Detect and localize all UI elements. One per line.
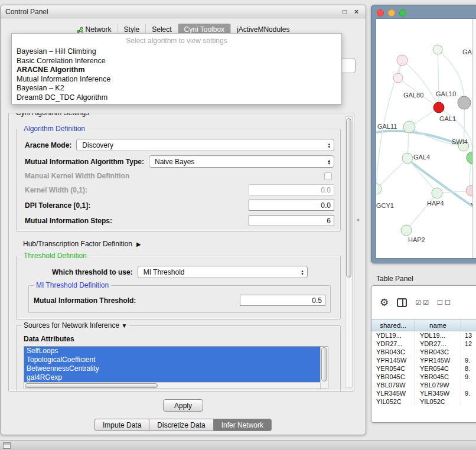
sources-group: Sources for Network Inference ▼ Data Att… bbox=[16, 325, 341, 392]
graph-edge[interactable] bbox=[438, 50, 439, 107]
attributes-horizontal-scrollbar[interactable] bbox=[24, 382, 320, 389]
attributes-vertical-scrollbar[interactable] bbox=[320, 347, 328, 389]
float-window-icon[interactable]: □ bbox=[340, 8, 349, 16]
window-title: Control Panel bbox=[5, 8, 337, 16]
bottom-tab-infer-network[interactable]: Infer Network bbox=[214, 419, 272, 431]
table-cell: YLR345W bbox=[371, 389, 415, 397]
graph-edge[interactable] bbox=[402, 60, 439, 107]
graph-node[interactable] bbox=[401, 225, 412, 236]
table-row[interactable]: YLR345WYLR345W9. bbox=[371, 389, 476, 397]
apply-button[interactable]: Apply bbox=[163, 399, 203, 412]
algorithm-option-bayesian-k2[interactable]: Bayesian – K2 bbox=[12, 84, 341, 93]
graph-node[interactable] bbox=[432, 188, 442, 198]
table-cell: 9. bbox=[461, 356, 476, 364]
graph-node[interactable] bbox=[433, 102, 444, 113]
table-cell: YBR045C bbox=[415, 373, 461, 381]
table-cell: 9. bbox=[461, 389, 476, 397]
graph-node[interactable] bbox=[376, 184, 382, 194]
graph-edge[interactable] bbox=[407, 158, 437, 193]
data-attributes-label: Data Attributes bbox=[24, 335, 334, 343]
tab-label: Select bbox=[152, 25, 171, 34]
table-row[interactable]: YDL19...YDL19...13 bbox=[371, 331, 476, 340]
table-panel-title: Table Panel bbox=[376, 275, 413, 283]
table-row[interactable]: YER054CYER054C8. bbox=[371, 364, 476, 373]
attribute-item-betweennesscentrality[interactable]: BetweennessCentrality bbox=[24, 364, 320, 373]
algorithm-option-mutual-information-inference[interactable]: Mutual Information Inference bbox=[12, 75, 341, 84]
table-cell: YPR145W bbox=[415, 356, 461, 364]
data-attributes-list[interactable]: SelfLoopsTopologicalCoefficientBetweenne… bbox=[24, 346, 328, 389]
mi-steps-field[interactable] bbox=[249, 215, 334, 226]
attribute-item-selfloops[interactable]: SelfLoops bbox=[24, 347, 320, 356]
kernel-width-label: Kernel Width (0,1): bbox=[25, 186, 87, 194]
table-row[interactable]: YBR043CYBR043C bbox=[371, 348, 476, 356]
graph-edge[interactable] bbox=[376, 158, 407, 189]
combo-arrows-icon: ▴▾ bbox=[300, 269, 305, 275]
table-cell: YDR27... bbox=[415, 340, 461, 348]
close-traffic-light-icon[interactable] bbox=[377, 9, 384, 17]
cyni-algorithm-settings-group: Cyni Algorithm Settings Algorithm Defini… bbox=[8, 113, 354, 392]
minimize-traffic-light-icon[interactable] bbox=[388, 9, 395, 17]
algorithm-option-dream8-dc-tdc-algorithm[interactable]: Dream8 DC_TDC Algorithm bbox=[12, 93, 341, 103]
select-all-icon[interactable]: ☑ ☑ bbox=[415, 299, 429, 306]
control-panel-titlebar[interactable]: Control Panel □ × bbox=[1, 5, 366, 18]
scrollbar-thumb[interactable] bbox=[321, 347, 327, 381]
graph-node[interactable] bbox=[403, 121, 415, 133]
splitter-collapse-icon[interactable]: ◂ bbox=[356, 216, 359, 223]
table-row[interactable]: YBL079WYBL079W bbox=[371, 381, 476, 389]
table-cell: YBR043C bbox=[415, 348, 461, 356]
table-row[interactable]: YPR145WYPR145W9. bbox=[371, 356, 476, 364]
table-row[interactable]: YDR27...YDR27...12 bbox=[371, 340, 476, 348]
settings-vertical-scrollbar[interactable] bbox=[345, 116, 353, 388]
table-cell: YPR145W bbox=[371, 356, 415, 364]
graph-node[interactable] bbox=[433, 45, 442, 54]
graph-node[interactable] bbox=[458, 96, 471, 109]
zoom-traffic-light-icon[interactable] bbox=[399, 9, 406, 17]
combo-arrows-icon: ▴▾ bbox=[327, 142, 331, 148]
table-cell bbox=[461, 397, 476, 406]
graph-node[interactable] bbox=[397, 55, 407, 66]
which-threshold-select[interactable]: MI Threshold ▴▾ bbox=[138, 266, 308, 278]
scrollbar-thumb[interactable] bbox=[346, 118, 351, 278]
deselect-all-icon[interactable]: ☐ ☐ bbox=[437, 299, 451, 306]
bottom-tab-discretize-data[interactable]: Discretize Data bbox=[149, 419, 213, 431]
network-canvas[interactable]: GAL8GAL80GAL10GAL11GAL1SWI4GAL4GCY1HAP4Y… bbox=[376, 18, 476, 259]
table-row[interactable]: YBR045CYBR045C9. bbox=[371, 373, 476, 381]
column-header-cut[interactable] bbox=[461, 319, 476, 331]
gear-icon[interactable]: ⚙ bbox=[380, 296, 389, 309]
mi-threshold-field[interactable] bbox=[240, 295, 325, 306]
column-header-name[interactable]: name bbox=[415, 319, 461, 331]
collapse-down-icon[interactable]: ▼ bbox=[121, 322, 127, 329]
table-body: YDL19...YDL19...13YDR27...YDR27...12YBR0… bbox=[371, 331, 476, 406]
table-row[interactable]: YIL052CYIL052C bbox=[371, 397, 476, 406]
algorithm-option-basic-correlation-inference[interactable]: Basic Correlation Inference bbox=[12, 57, 341, 66]
algorithm-option-bayesian-hill-climbing[interactable]: Bayesian – Hill Climbing bbox=[12, 47, 341, 57]
expand-right-icon[interactable]: ▶ bbox=[136, 241, 141, 247]
graph-node[interactable] bbox=[393, 73, 403, 83]
table-cell bbox=[461, 348, 476, 356]
table-cell: 8. bbox=[461, 364, 476, 373]
algorithm-option-aracne-algorithm[interactable]: ARACNE Algorithm bbox=[12, 66, 341, 75]
attribute-item-topologicalcoefficient[interactable]: TopologicalCoefficient bbox=[24, 356, 320, 364]
network-vertical-scrollbar[interactable] bbox=[472, 19, 476, 258]
graph-node-label: GAL11 bbox=[377, 123, 397, 130]
network-view-window: GAL8GAL80GAL10GAL11GAL1SWI4GAL4GCY1HAP4Y… bbox=[371, 5, 476, 263]
close-window-icon[interactable]: × bbox=[352, 8, 361, 16]
table-cell: YIL052C bbox=[371, 397, 415, 406]
bottom-tab-impute-data[interactable]: Impute Data bbox=[94, 419, 149, 431]
table-cell: YBL079W bbox=[415, 381, 461, 389]
table-cell: YER054C bbox=[415, 364, 461, 373]
graph-edge[interactable] bbox=[406, 193, 437, 230]
graph-node-label: HAP2 bbox=[408, 236, 425, 243]
column-header-shared[interactable]: shared... bbox=[371, 319, 415, 331]
scrollbar-thumb[interactable] bbox=[25, 383, 158, 388]
aracne-mode-select[interactable]: Discovery ▴▾ bbox=[76, 139, 334, 151]
attribute-item-gal4rgexp[interactable]: gal4RGexp bbox=[24, 373, 320, 382]
dpi-tolerance-field[interactable] bbox=[249, 200, 334, 211]
window-traffic-lights bbox=[377, 9, 406, 17]
columns-icon[interactable] bbox=[397, 298, 407, 307]
minimized-window-icon[interactable] bbox=[3, 442, 11, 449]
mi-algorithm-type-select[interactable]: Naive Bayes ▴▾ bbox=[149, 155, 334, 168]
graph-node[interactable] bbox=[402, 153, 413, 164]
hub-transcription-factor-section[interactable]: Hub/Transcription Factor Definition ▶ bbox=[23, 240, 340, 248]
algorithm-definition-group: Algorithm Definition Aracne Mode: Discov… bbox=[16, 129, 341, 231]
